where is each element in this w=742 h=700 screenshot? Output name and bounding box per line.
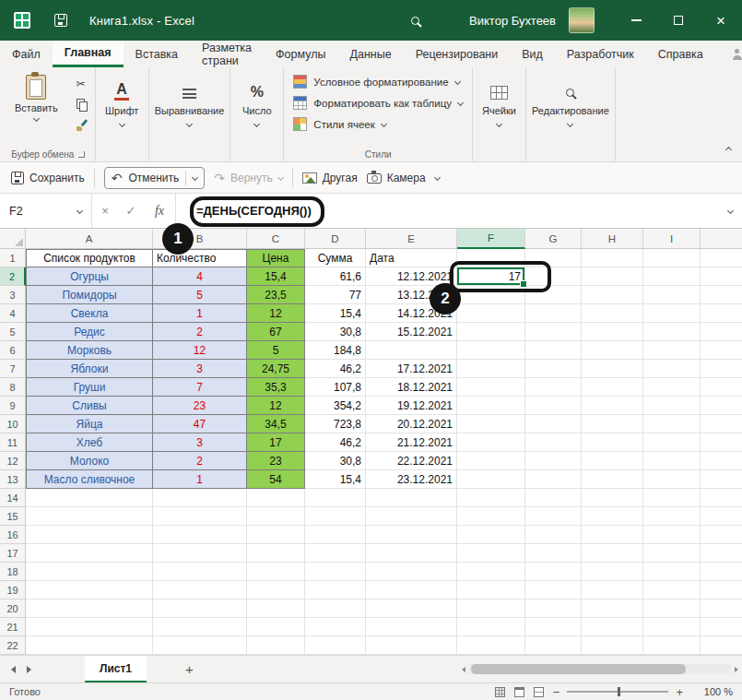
cell-I19[interactable] [643, 581, 701, 599]
cancel-button[interactable]: × [92, 204, 118, 218]
cell-B14[interactable] [153, 489, 247, 507]
tab-Разработчик[interactable]: Разработчик [555, 41, 646, 67]
row-header-13[interactable]: 13 [0, 470, 26, 489]
page-break-view-button[interactable] [534, 687, 544, 697]
ribbon-group-font[interactable]: А Шрифт [96, 67, 149, 161]
cell-I8[interactable] [643, 378, 701, 397]
cell-F2[interactable]: 17 [457, 267, 525, 286]
format-painter-button[interactable] [73, 117, 89, 132]
cell-H8[interactable] [582, 378, 643, 397]
cell-D13[interactable]: 15,4 [305, 470, 366, 489]
cell-I14[interactable] [643, 489, 701, 507]
cell-B19[interactable] [153, 581, 247, 599]
cell-B6[interactable]: 12 [153, 341, 247, 360]
row-header-10[interactable]: 10 [0, 415, 26, 433]
cell-A15[interactable] [26, 507, 153, 526]
cell-F10[interactable] [457, 415, 525, 433]
cell-H20[interactable] [582, 599, 643, 618]
cell-G13[interactable] [525, 470, 582, 489]
close-button[interactable]: × [700, 0, 742, 41]
cell-B4[interactable]: 1 [153, 304, 247, 323]
cell-H11[interactable] [582, 433, 643, 452]
cell-B9[interactable]: 23 [153, 397, 247, 415]
row-header-4[interactable]: 4 [0, 304, 26, 323]
cell-D1[interactable]: Сумма [305, 249, 366, 267]
row-header-7[interactable]: 7 [0, 360, 26, 378]
cell-E7[interactable]: 17.12.2021 [366, 360, 457, 378]
cell-G7[interactable] [525, 360, 582, 378]
cell-F18[interactable] [457, 563, 525, 581]
cell-E2[interactable]: 12.12.2021 [366, 267, 457, 286]
cell-F8[interactable] [457, 378, 525, 397]
titlebar-save-icon[interactable] [54, 14, 67, 27]
cell-H21[interactable] [582, 618, 643, 636]
cell-B2[interactable]: 4 [153, 267, 247, 286]
row-header-18[interactable]: 18 [0, 563, 26, 581]
cell-E20[interactable] [366, 599, 457, 618]
cell-H10[interactable] [582, 415, 643, 433]
select-all-corner[interactable] [0, 229, 26, 249]
cell-C10[interactable]: 34,5 [247, 415, 305, 433]
cell-C17[interactable] [247, 544, 305, 563]
maximize-button[interactable] [657, 0, 700, 41]
cell-B20[interactable] [153, 599, 247, 618]
column-header-D[interactable]: D [305, 229, 366, 249]
cell-I3[interactable] [643, 286, 701, 304]
cell-B21[interactable] [153, 618, 247, 636]
cell-G1[interactable] [525, 249, 582, 267]
cell-D18[interactable] [305, 563, 366, 581]
cell-G6[interactable] [525, 341, 582, 360]
cell-A11[interactable]: Хлеб [26, 433, 153, 452]
cell-A4[interactable]: Свекла [26, 304, 153, 323]
row-header-2[interactable]: 2 [0, 267, 26, 286]
cell-E16[interactable] [366, 526, 457, 544]
cell-E8[interactable]: 18.12.2021 [366, 378, 457, 397]
cell-H18[interactable] [582, 563, 643, 581]
cell-G15[interactable] [525, 507, 582, 526]
cell-A3[interactable]: Помидоры [26, 286, 153, 304]
cell-H14[interactable] [582, 489, 643, 507]
tab-Разметка страни[interactable]: Разметка страни [190, 41, 264, 67]
tab-Формулы[interactable]: Формулы [264, 41, 337, 67]
cell-A22[interactable] [26, 636, 153, 655]
cell-H16[interactable] [582, 526, 643, 544]
user-name[interactable]: Виктор Бухтеев [469, 14, 556, 28]
cell-D11[interactable]: 46,2 [305, 433, 366, 452]
cell-A14[interactable] [26, 489, 153, 507]
row-header-16[interactable]: 16 [0, 526, 26, 544]
cell-D17[interactable] [305, 544, 366, 563]
cell-E5[interactable]: 15.12.2021 [366, 323, 457, 341]
row-header-21[interactable]: 21 [0, 618, 26, 636]
cell-I5[interactable] [643, 323, 701, 341]
cell-D2[interactable]: 61,6 [305, 267, 366, 286]
ribbon-group-editing[interactable]: Редактирование [526, 67, 616, 161]
cell-D22[interactable] [305, 636, 366, 655]
column-header-A[interactable]: A [26, 229, 153, 249]
cell-D21[interactable] [305, 618, 366, 636]
cell-B17[interactable] [153, 544, 247, 563]
cell-C8[interactable]: 35,3 [247, 378, 305, 397]
cell-H3[interactable] [582, 286, 643, 304]
cell-A5[interactable]: Редис [26, 323, 153, 341]
cell-A6[interactable]: Морковь [26, 341, 153, 360]
cell-F20[interactable] [457, 599, 525, 618]
add-sheet-button[interactable]: + [185, 661, 194, 677]
cell-A18[interactable] [26, 563, 153, 581]
customize-qat-chevron[interactable] [434, 174, 441, 181]
cell-C20[interactable] [247, 599, 305, 618]
cell-A7[interactable]: Яблоки [26, 360, 153, 378]
excel-app-icon[interactable] [14, 12, 30, 29]
cell-H1[interactable] [582, 249, 643, 267]
tab-Файл[interactable]: Файл [0, 41, 53, 67]
cell-C13[interactable]: 54 [247, 470, 305, 489]
cell-D6[interactable]: 184,8 [305, 341, 366, 360]
cell-G22[interactable] [525, 636, 582, 655]
cell-I2[interactable] [643, 267, 701, 286]
cell-G9[interactable] [525, 397, 582, 415]
cell-A10[interactable]: Яйца [26, 415, 153, 433]
cell-I18[interactable] [643, 563, 701, 581]
cell-D16[interactable] [305, 526, 366, 544]
cell-F6[interactable] [457, 341, 525, 360]
format-as-table-button[interactable]: Форматировать как таблицу [293, 92, 463, 113]
cell-E1[interactable]: Дата [366, 249, 457, 267]
